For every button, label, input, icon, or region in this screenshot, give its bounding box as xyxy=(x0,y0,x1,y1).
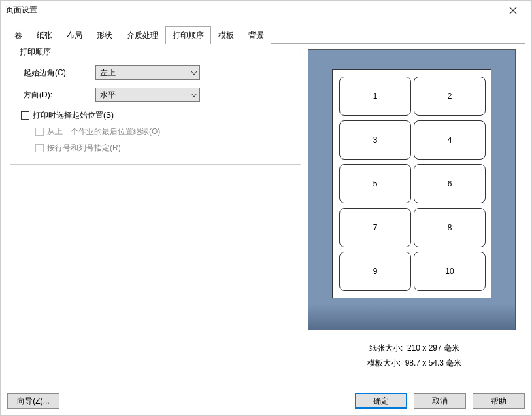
direction-value: 水平 xyxy=(100,90,116,101)
close-icon[interactable] xyxy=(500,1,526,20)
content-area: 卷 纸张 布局 形状 介质处理 打印顺序 模板 背景 打印顺序 起始边角(C):… xyxy=(1,20,531,388)
tab-layout[interactable]: 布局 xyxy=(59,26,90,44)
continue-last-checkbox-row: 从上一个作业的最后位置继续(O) xyxy=(35,126,294,137)
preview-cell: 1 xyxy=(339,77,411,116)
select-start-label: 打印时选择起始位置(S) xyxy=(33,110,114,121)
print-order-group: 打印顺序 起始边角(C): 左上 方向(D): 水平 xyxy=(10,52,301,165)
preview-cell: 5 xyxy=(339,164,411,203)
preview-cell: 4 xyxy=(414,120,486,160)
paper-size-label: 纸张大小: xyxy=(369,343,403,353)
direction-row: 方向(D): 水平 xyxy=(24,88,294,102)
direction-label: 方向(D): xyxy=(24,90,95,101)
tab-media[interactable]: 介质处理 xyxy=(120,26,165,44)
tab-paper[interactable]: 纸张 xyxy=(29,26,59,44)
preview-cell: 9 xyxy=(339,252,411,291)
tab-template[interactable]: 模板 xyxy=(211,26,241,44)
preview-cell: 10 xyxy=(414,252,486,291)
left-pane: 打印顺序 起始边角(C): 左上 方向(D): 水平 xyxy=(7,48,308,388)
start-corner-select[interactable]: 左上 xyxy=(95,65,200,80)
template-size-row: 模板大小: 98.7 x 54.3 毫米 xyxy=(308,356,521,371)
preview-paper: 1 2 3 4 5 6 7 8 9 10 xyxy=(332,69,491,298)
page-setup-dialog: 页面设置 卷 纸张 布局 形状 介质处理 打印顺序 模板 背景 打印顺序 起始边… xyxy=(0,0,532,416)
chevron-down-icon xyxy=(191,68,197,77)
size-info: 纸张大小: 210 x 297 毫米 模板大小: 98.7 x 54.3 毫米 xyxy=(308,341,521,371)
row-col-checkbox xyxy=(35,144,44,152)
wizard-button[interactable]: 向导(Z)... xyxy=(7,393,59,409)
window-title: 页面设置 xyxy=(6,5,500,16)
row-col-checkbox-row: 按行号和列号指定(R) xyxy=(35,143,294,154)
preview-cell: 3 xyxy=(339,120,411,160)
template-size-label: 模板大小: xyxy=(367,358,401,368)
paper-size-row: 纸张大小: 210 x 297 毫米 xyxy=(308,341,521,356)
start-corner-label: 起始边角(C): xyxy=(24,67,95,78)
preview-cell: 7 xyxy=(339,208,411,247)
tab-print-order[interactable]: 打印顺序 xyxy=(165,26,211,44)
preview-cell: 8 xyxy=(414,208,486,247)
titlebar: 页面设置 xyxy=(1,1,531,20)
cancel-button[interactable]: 取消 xyxy=(414,393,466,409)
select-start-checkbox-row: 打印时选择起始位置(S) xyxy=(21,110,294,121)
preview-panel: 1 2 3 4 5 6 7 8 9 10 xyxy=(308,49,516,330)
direction-select[interactable]: 水平 xyxy=(95,88,200,102)
help-button[interactable]: 帮助 xyxy=(473,393,525,409)
row-col-label: 按行号和列号指定(R) xyxy=(47,143,121,154)
preview-cell: 6 xyxy=(414,164,486,203)
select-start-checkbox[interactable] xyxy=(21,111,29,120)
tab-panel: 打印顺序 起始边角(C): 左上 方向(D): 水平 xyxy=(7,44,525,388)
paper-size-value: 210 x 297 毫米 xyxy=(407,343,459,353)
tab-background[interactable]: 背景 xyxy=(241,26,271,44)
tab-roll[interactable]: 卷 xyxy=(7,26,29,44)
right-pane: 1 2 3 4 5 6 7 8 9 10 纸张大小: xyxy=(308,48,525,388)
preview-shadow xyxy=(308,303,515,330)
tab-strip: 卷 纸张 布局 形状 介质处理 打印顺序 模板 背景 xyxy=(7,26,525,44)
start-corner-row: 起始边角(C): 左上 xyxy=(24,65,294,80)
tab-shape[interactable]: 形状 xyxy=(90,26,120,44)
group-title: 打印顺序 xyxy=(17,46,54,58)
continue-last-label: 从上一个作业的最后位置继续(O) xyxy=(47,126,160,137)
chevron-down-icon xyxy=(191,90,197,99)
ok-button[interactable]: 确定 xyxy=(355,393,407,409)
template-size-value: 98.7 x 54.3 毫米 xyxy=(405,358,462,368)
footer: 向导(Z)... 确定 取消 帮助 xyxy=(1,388,531,415)
preview-cell: 2 xyxy=(414,77,486,116)
start-corner-value: 左上 xyxy=(100,67,116,78)
continue-last-checkbox xyxy=(35,128,44,136)
